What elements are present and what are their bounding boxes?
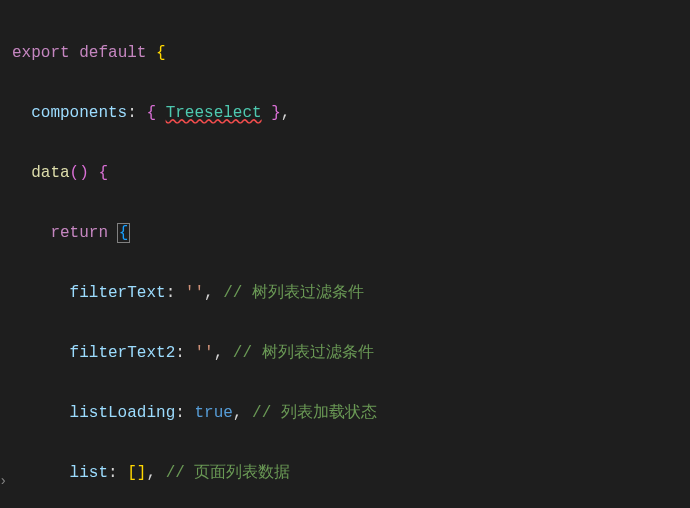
comment: // 树列表过滤条件 [233, 344, 374, 362]
code-line[interactable]: listLoading: true, // 列表加载状态 [12, 398, 690, 428]
code-line[interactable]: filterText2: '', // 树列表过滤条件 [12, 338, 690, 368]
identifier-error[interactable]: Treeselect [166, 104, 262, 122]
code-editor[interactable]: export default { components: { Treeselec… [0, 0, 690, 508]
property: listLoading [70, 404, 176, 422]
keyword-return: return [50, 224, 108, 242]
function-name: data [31, 164, 69, 182]
keyword-export: export [12, 44, 70, 62]
paren: () [70, 164, 89, 182]
brace: { [146, 104, 165, 122]
brace: { [89, 164, 108, 182]
comment: // 树列表过滤条件 [223, 284, 364, 302]
brace: { [146, 44, 165, 62]
property: list [70, 464, 108, 482]
code-line[interactable]: components: { Treeselect }, [12, 98, 690, 128]
brace-matched: { [118, 224, 130, 242]
property: filterText2 [70, 344, 176, 362]
string: '' [194, 344, 213, 362]
bracket: [] [127, 464, 146, 482]
string: '' [185, 284, 204, 302]
keyword-default: default [79, 44, 146, 62]
brace: } [262, 104, 281, 122]
code-line[interactable]: return { [12, 218, 690, 248]
comment: // 页面列表数据 [166, 464, 291, 482]
code-line[interactable]: data() { [12, 158, 690, 188]
comment: // 列表加载状态 [252, 404, 377, 422]
code-line[interactable]: export default { [12, 38, 690, 68]
boolean: true [194, 404, 232, 422]
code-line[interactable]: list: [], // 页面列表数据 [12, 458, 690, 488]
property: components [31, 104, 127, 122]
property: filterText [70, 284, 166, 302]
code-line[interactable]: filterText: '', // 树列表过滤条件 [12, 278, 690, 308]
chevron-right-icon[interactable]: › [0, 466, 7, 496]
